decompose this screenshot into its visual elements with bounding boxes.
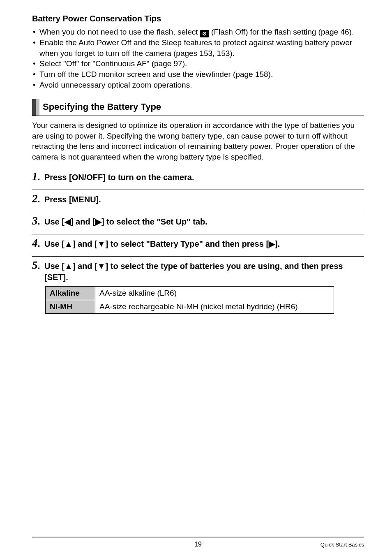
step-body: Press [MENU]. [44, 192, 364, 205]
tip-text-pre: When you do not need to use the flash, s… [39, 28, 200, 36]
tip-item: Turn off the LCD monitor screen and use … [32, 69, 364, 80]
flash-off-icon: ⊘ [200, 30, 209, 37]
section-heading-block: Specifying the Battery Type [32, 99, 364, 116]
right-arrow-icon: ▶ [95, 217, 101, 226]
table-data-cell: AA-size rechargeable Ni-MH (nickel metal… [95, 300, 334, 314]
step-2: 2. Press [MENU]. [32, 190, 364, 205]
table-data-cell: AA-size alkaline (LR6) [95, 287, 334, 300]
step-number: 3. [32, 215, 44, 227]
step-body: Use [◀] and [▶] to select the "Set Up" t… [44, 215, 364, 227]
tips-list: When you do not need to use the flash, s… [32, 27, 364, 90]
up-arrow-icon: ▲ [65, 239, 73, 248]
section-heading: Specifying the Battery Type [39, 99, 161, 116]
tip-item: Avoid unnecessary optical zoom operation… [32, 80, 364, 90]
tip-item: When you do not need to use the flash, s… [32, 27, 364, 37]
step-5: 5. Use [▲] and [▼] to select the type of… [32, 256, 364, 283]
step-body: Press [ON/OFF] to turn on the camera. [44, 170, 364, 183]
step-body: Use [▲] and [▼] to select "Battery Type"… [44, 237, 364, 250]
step-number: 5. [32, 259, 44, 271]
table-row: Ni-MH AA-size rechargeable Ni-MH (nickel… [46, 300, 334, 314]
step-number: 4. [32, 237, 44, 249]
page-number: 19 [143, 540, 253, 549]
tip-text-post: (Flash Off) for the flash setting (page … [209, 28, 354, 36]
step-1: 1. Press [ON/OFF] to turn on the camera. [32, 170, 364, 183]
table-header-cell: Alkaline [46, 287, 95, 300]
up-arrow-icon: ▲ [65, 262, 73, 271]
step-3: 3. Use [◀] and [▶] to select the "Set Up… [32, 212, 364, 227]
section-paragraph: Your camera is designed to optimize its … [32, 120, 364, 162]
step-body: Use [▲] and [▼] to select the type of ba… [44, 259, 364, 283]
step-number: 2. [32, 192, 44, 204]
footer-rule-icon [32, 537, 364, 538]
heading-bar-dark-icon [32, 99, 36, 116]
table-row: Alkaline AA-size alkaline (LR6) [46, 287, 334, 300]
tips-heading: Battery Power Conservation Tips [32, 13, 364, 24]
tip-item: Select "Off" for "Continuous AF" (page 9… [32, 58, 364, 69]
tip-item: Enable the Auto Power Off and the Sleep … [32, 37, 364, 58]
down-arrow-icon: ▼ [97, 239, 106, 248]
step-number: 1. [32, 170, 44, 182]
left-arrow-icon: ◀ [65, 217, 71, 226]
table-header-cell: Ni-MH [46, 300, 95, 314]
footer-section-label: Quick Start Basics [321, 542, 364, 548]
right-arrow-icon: ▶ [269, 239, 275, 248]
heading-bar-light-icon [36, 99, 39, 116]
step-4: 4. Use [▲] and [▼] to select "Battery Ty… [32, 234, 364, 250]
battery-type-table: Alkaline AA-size alkaline (LR6) Ni-MH AA… [45, 286, 334, 313]
page-footer: 19 Quick Start Basics [32, 537, 364, 549]
down-arrow-icon: ▼ [97, 262, 106, 271]
